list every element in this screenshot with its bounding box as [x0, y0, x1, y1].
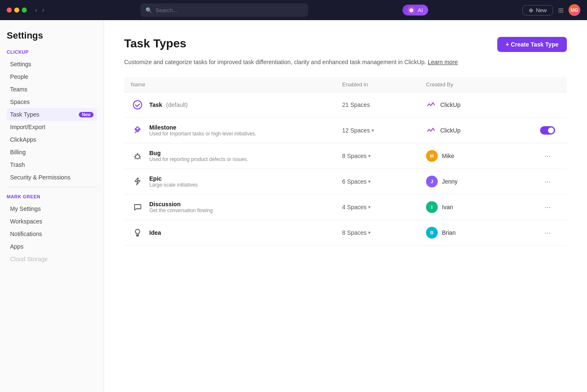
created-cell: ClickUp	[426, 125, 535, 136]
sidebar-item-label: Billing	[10, 149, 94, 156]
task-row-desc: Used for reporting product defects or is…	[149, 156, 248, 162]
task-row-name: Task (default)	[149, 101, 188, 109]
task-info: Task (default)	[149, 101, 188, 109]
sidebar-item-label: Apps	[10, 243, 94, 250]
main-layout: Settings CLICKUP Settings People Teams S…	[0, 20, 587, 392]
grid-icon[interactable]: ⊞	[558, 6, 564, 14]
new-label: New	[536, 7, 547, 13]
task-info: Bug Used for reporting product defects o…	[149, 150, 248, 162]
search-input[interactable]	[156, 7, 303, 13]
task-name-cell: Discussion Get the conversation flowing	[131, 200, 342, 214]
sidebar-item-label: Workspaces	[10, 218, 94, 225]
spaces-cell[interactable]: 8 Spaces ▾	[342, 229, 426, 236]
sidebar: Settings CLICKUP Settings People Teams S…	[0, 20, 104, 392]
avatar: B	[426, 227, 438, 239]
spaces-cell[interactable]: 4 Spaces ▾	[342, 204, 426, 210]
spaces-cell[interactable]: 12 Spaces ▾	[342, 127, 426, 134]
more-options-button[interactable]: ···	[541, 176, 554, 188]
chevron-down-icon: ▾	[368, 204, 371, 210]
creator-name: Ivan	[442, 204, 453, 210]
table-row: Idea 8 Spaces ▾ B Brian ···	[124, 220, 567, 246]
svg-rect-1	[135, 127, 140, 132]
page-header: Task Types + Create Task Type	[124, 37, 567, 52]
creator-name: Jenny	[442, 178, 457, 185]
sidebar-item-notifications[interactable]: Notifications	[7, 228, 97, 240]
page-title: Task Types	[124, 37, 186, 50]
learn-more-link[interactable]: Learn more	[428, 59, 458, 65]
forward-button[interactable]: ›	[41, 6, 46, 14]
sidebar-divider	[7, 187, 97, 187]
created-cell: B Brian	[426, 227, 535, 239]
task-row-name: Bug	[149, 150, 248, 156]
more-options-button[interactable]: ···	[541, 227, 554, 239]
sidebar-item-label: Security & Permissions	[10, 174, 94, 181]
sidebar-item-security[interactable]: Security & Permissions	[7, 171, 97, 184]
sidebar-item-teams[interactable]: Teams	[7, 83, 97, 96]
sidebar-item-workspaces[interactable]: Workspaces	[7, 215, 97, 228]
sidebar-item-label: Settings	[10, 61, 94, 67]
task-row-name: Epic	[149, 175, 197, 182]
task-info: Discussion Get the conversation flowing	[149, 201, 213, 213]
actions-cell: ···	[535, 150, 560, 162]
sidebar-item-cloud-storage[interactable]: Cloud Storage	[7, 253, 97, 265]
sidebar-item-label: Trash	[10, 161, 94, 168]
search-bar[interactable]: 🔍	[140, 3, 308, 17]
task-info: Idea	[149, 229, 161, 236]
created-cell: J Jenny	[426, 176, 535, 187]
more-options-button[interactable]: ···	[541, 150, 554, 162]
creator-name: Brian	[442, 229, 456, 236]
milestone-toggle[interactable]	[540, 126, 555, 135]
sidebar-item-task-types[interactable]: Task Types New	[7, 108, 97, 121]
sidebar-item-billing[interactable]: Billing	[7, 146, 97, 158]
sidebar-item-label: Spaces	[10, 99, 94, 105]
clickup-logo-icon	[426, 99, 436, 111]
back-button[interactable]: ‹	[34, 6, 39, 14]
task-name-cell: Idea	[131, 226, 342, 239]
task-row-desc: Used for Important tasks or high-level i…	[149, 131, 256, 137]
task-name-cell: Milestone Used for Important tasks or hi…	[131, 124, 342, 137]
plus-icon: ⊕	[529, 7, 533, 13]
creator-name: ClickUp	[440, 101, 460, 108]
minimize-window-dot[interactable]	[14, 8, 19, 13]
chevron-down-icon: ▾	[368, 230, 371, 236]
spaces-cell[interactable]: 8 Spaces ▾	[342, 153, 426, 159]
mark-section-label: MARK GREEN	[7, 194, 97, 199]
spaces-cell[interactable]: 6 Spaces ▾	[342, 178, 426, 185]
sidebar-item-clickapps[interactable]: ClickApps	[7, 133, 97, 146]
sidebar-item-settings[interactable]: Settings	[7, 58, 97, 70]
clickup-section-label: CLICKUP	[7, 49, 97, 55]
ai-button[interactable]: ⬤ AI	[403, 5, 428, 16]
sidebar-item-spaces[interactable]: Spaces	[7, 96, 97, 108]
sidebar-item-label: ClickApps	[10, 136, 94, 143]
create-task-type-button[interactable]: + Create Task Type	[497, 37, 567, 52]
bug-icon	[131, 149, 144, 163]
sidebar-item-trash[interactable]: Trash	[7, 158, 97, 171]
epic-icon	[131, 175, 144, 188]
sidebar-item-people[interactable]: People	[7, 70, 97, 83]
table-row: Epic Large-scale initiatives 6 Spaces ▾ …	[124, 169, 567, 195]
header-created-by: Created By	[426, 81, 535, 88]
task-row-name: Discussion	[149, 201, 213, 208]
sidebar-item-label: Import/Export	[10, 124, 94, 130]
milestone-icon	[131, 124, 144, 137]
maximize-window-dot[interactable]	[22, 8, 27, 13]
table-row: Bug Used for reporting product defects o…	[124, 143, 567, 169]
created-cell: ClickUp	[426, 99, 535, 111]
table-header: Name Enabled in Created By	[124, 77, 567, 92]
close-window-dot[interactable]	[7, 8, 12, 13]
sidebar-item-apps[interactable]: Apps	[7, 240, 97, 253]
nav-arrows: ‹ ›	[34, 6, 46, 14]
sidebar-item-my-settings[interactable]: My Settings	[7, 202, 97, 215]
svg-point-0	[133, 101, 142, 109]
user-avatar[interactable]: MG	[569, 4, 580, 16]
sidebar-item-label: Notifications	[10, 231, 94, 237]
task-name-cell: Task (default)	[131, 98, 342, 112]
creator-name: ClickUp	[440, 127, 460, 134]
new-button[interactable]: ⊕ New	[522, 5, 553, 16]
header-name: Name	[131, 81, 342, 88]
actions-cell: ···	[535, 176, 560, 188]
sidebar-item-import-export[interactable]: Import/Export	[7, 121, 97, 133]
actions-cell: ···	[535, 227, 560, 239]
more-options-button[interactable]: ···	[541, 201, 554, 213]
created-cell: M Mike	[426, 150, 535, 162]
